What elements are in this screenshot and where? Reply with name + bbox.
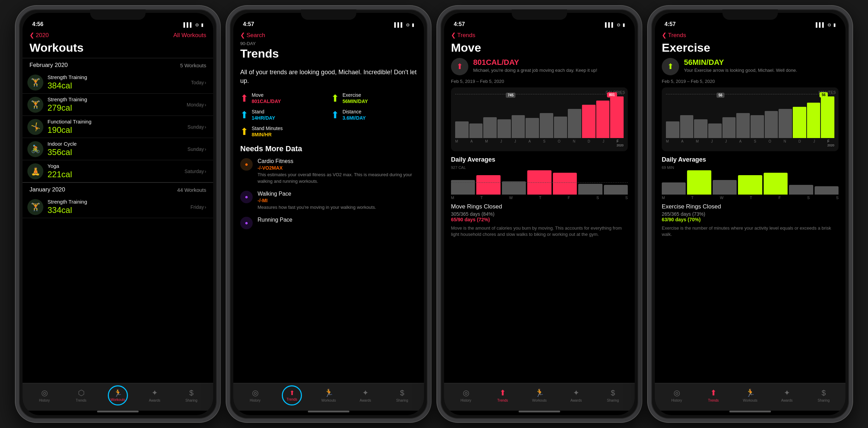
workout-day-4: Sunday › (188, 146, 206, 152)
trend-arrow-stand: ⬆ (240, 109, 248, 121)
tab-sharing-1[interactable]: $ Sharing (173, 388, 210, 402)
workout-row-6[interactable]: 🏋 Strength Training 334cal Friday › (23, 196, 213, 218)
trend-name-distance: Distance (342, 109, 366, 114)
chart-badge-right-exercise: 56 (819, 92, 827, 97)
back-button-2[interactable]: ❮ Search (240, 32, 265, 39)
trend-item-distance[interactable]: ⬆ Distance 3.6MI/DAY (331, 109, 417, 121)
section-count-jan: 44 Workouts (177, 187, 206, 193)
tab-label-sharing-2: Sharing (396, 399, 408, 402)
workout-cal-6: 334cal (47, 205, 190, 215)
workout-row-3[interactable]: 🤸 Functional Training 190cal Sunday › (23, 116, 213, 138)
tab-awards-1[interactable]: ✦ Awards (136, 388, 173, 402)
section-count-feb: 5 Workouts (180, 62, 206, 68)
trends-subtitle: All of your trends are looking good, Mic… (240, 68, 417, 85)
workout-row-2[interactable]: 🏋 Strength Training 279cal Monday › (23, 94, 213, 116)
workout-row-5[interactable]: 🧘 Yoga 221cal Saturday › (23, 160, 213, 182)
rings-exercise: Exercise Rings Closed 265/365 days (73%)… (662, 203, 839, 222)
trend-item-stand[interactable]: ⬆ Stand 14HR/DAY (240, 109, 326, 121)
trend-arrow-distance: ⬆ (331, 109, 339, 121)
tab-sharing-4[interactable]: $ Sharing (805, 388, 842, 402)
workout-name-5: Yoga (47, 163, 184, 169)
screen-2: 4:57 ▌▌▌ ⊖ ▮ ❮ Search 90-DAY Trends All … (233, 13, 424, 415)
needs-value-walking: -/-MI (258, 198, 376, 203)
phone-frame-4: 4:57 ▌▌▌ ⊖ ▮ ❮ Trends Exercise ⬆ (648, 6, 852, 422)
trend-name-move: Move (252, 92, 281, 98)
section-title-jan: January 2020 (29, 186, 65, 193)
needs-more-header: Needs More Data (240, 144, 417, 153)
workout-info-2: Strength Training 279cal (47, 96, 187, 113)
tab-awards-3[interactable]: ✦ Awards (558, 388, 594, 402)
daily-avg-title-exercise: Daily Averages (662, 156, 839, 163)
tab-trends-4[interactable]: ⬆ Trends (695, 388, 732, 402)
tab-history-4[interactable]: ◎ History (658, 388, 695, 402)
tab-trends-1[interactable]: ⬡ Trends (63, 388, 99, 402)
trend-item-standmin[interactable]: ⬆ Stand Minutes 8MIN/HR (240, 126, 326, 137)
workout-day-3: Sunday › (188, 124, 206, 130)
trend-name-standmin: Stand Minutes (252, 126, 283, 131)
back-button-3[interactable]: ❮ Trends (451, 32, 475, 39)
tab-label-workouts-4: Workouts (743, 399, 757, 402)
workout-cal-3: 190cal (47, 125, 188, 135)
workout-icon-wrap-1: 🏋 (27, 75, 43, 91)
tab-sharing-3[interactable]: $ Sharing (594, 388, 631, 402)
tab-workouts-3[interactable]: 🏃 Workouts (521, 388, 558, 402)
tab-awards-4[interactable]: ✦ Awards (769, 388, 805, 402)
trends-label: 90-DAY (240, 41, 417, 46)
trend-item-move[interactable]: ⬆ Move 801CAL/DAY (240, 92, 326, 104)
tab-history-1[interactable]: ◎ History (26, 388, 63, 402)
workout-row-1[interactable]: 🏋 Strength Training 384cal Today › (23, 71, 213, 94)
back-button-4[interactable]: ❮ Trends (662, 32, 686, 39)
awards-icon-4: ✦ (784, 388, 790, 397)
back-button-1[interactable]: ❮ 2020 (29, 32, 49, 39)
needs-name-running: Running Pace (258, 217, 293, 223)
tab-label-awards-3: Awards (570, 399, 582, 402)
trend-name-stand: Stand (252, 109, 275, 114)
back-nav-1: ❮ 2020 All Workouts (23, 30, 213, 41)
tab-history-2[interactable]: ◎ History (237, 388, 274, 402)
tab-label-trends-1: Trends (76, 399, 87, 402)
battery-icon-4: ▮ (833, 22, 836, 27)
tab-awards-2[interactable]: ✦ Awards (347, 388, 384, 402)
trend-item-exercise[interactable]: ⬆ Exercise 56MIN/DAY (331, 92, 417, 104)
status-time-3: 4:57 (454, 21, 465, 27)
tab-trends-2[interactable]: ⬆ Trends (274, 385, 310, 405)
needs-item-cardio[interactable]: ● Cardio Fitness -/-VO2MAX This estimate… (240, 158, 417, 184)
tab-workouts-2[interactable]: 🏃 Workouts (310, 388, 347, 402)
page-title-3: Move (444, 41, 635, 58)
awards-icon-3: ✦ (573, 388, 579, 397)
metric-values-exercise: 56MIN/DAY Your Exercise arrow is looking… (684, 58, 797, 75)
metric-screen-move: ⬆ 801CAL/DAY Michael, you're doing a gre… (444, 58, 635, 383)
signal-icon-2: ▌▌▌ (394, 22, 404, 27)
tab-trends-3[interactable]: ⬆ Trends (484, 388, 521, 402)
trend-text-exercise: Exercise 56MIN/DAY (342, 92, 368, 104)
yoga-icon: 🧘 (31, 167, 40, 176)
needs-icon-walking: ● (240, 191, 253, 203)
needs-item-running[interactable]: ● Running Pace (240, 217, 417, 229)
workout-day-1: Today › (191, 80, 206, 85)
screen-3: 4:57 ▌▌▌ ⊖ ▮ ❮ Trends Move ⬆ (444, 13, 635, 415)
workout-info-6: Strength Training 334cal (47, 199, 190, 215)
needs-item-walking[interactable]: ● Walking Pace -/-MI Measures how fast y… (240, 191, 417, 211)
workouts-icon-4: 🏃 (746, 388, 755, 397)
strength-icon-3: 🏋 (31, 203, 40, 212)
trend-arrow-move: ⬆ (240, 93, 248, 104)
tab-history-3[interactable]: ◎ History (448, 388, 484, 402)
tab-sharing-2[interactable]: $ Sharing (384, 388, 420, 402)
tab-workouts-4[interactable]: 🏃 Workouts (732, 388, 769, 402)
cycle-icon: 🚴 (31, 145, 40, 154)
workout-row-4[interactable]: 🚴 Indoor Cycle 356cal Sunday › (23, 138, 213, 160)
tab-label-workouts-1: Workouts (111, 398, 125, 402)
chart-months-exercise: MAMJJASONDJF2020 (666, 139, 834, 147)
exercise-arrow-icon: ⬆ (667, 62, 674, 71)
notch-2 (301, 9, 356, 20)
battery-icon: ▮ (201, 22, 203, 27)
chart-badge-right-move: 801 (607, 92, 617, 97)
notch-3 (512, 9, 567, 20)
tab-workouts-1[interactable]: 🏃 Workouts (99, 385, 136, 405)
all-workouts-link[interactable]: All Workouts (173, 32, 206, 39)
notch-1 (90, 9, 146, 20)
trend-value-move: 801CAL/DAY (252, 99, 281, 104)
page-title-1: Workouts (23, 41, 213, 58)
tab-label-awards-2: Awards (359, 399, 371, 402)
signal-icon-4: ▌▌▌ (816, 22, 825, 27)
